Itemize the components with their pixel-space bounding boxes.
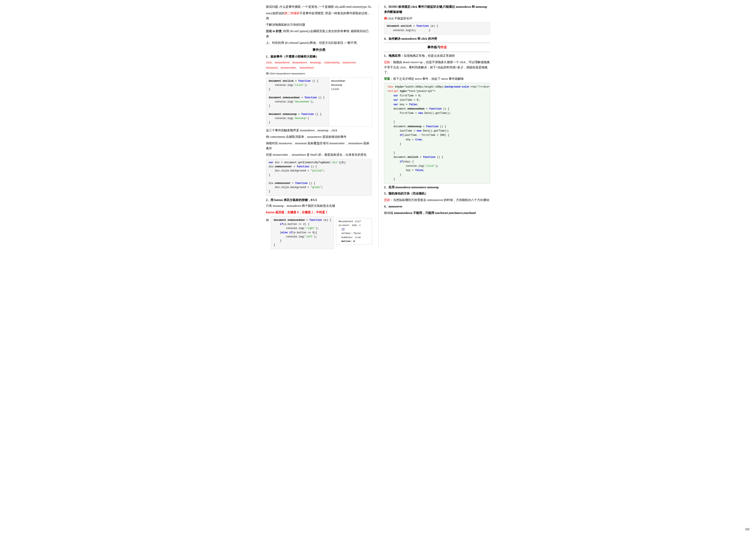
ex2-title: 2、应用 mousedown mousemove mouseup [384,185,490,190]
button-label: button 返回值，右键是 0，左键是 2，中间是 1 [266,210,372,215]
ex1-bold: 1、拖拽应用： [384,54,404,57]
code-block-2: var div = document.getElementsByTagName(… [266,159,372,196]
ex1-answer: 答案：按下之后才绑定 move 事件，抬起了 move 事件就解除 [384,76,490,81]
intro-line-5: 上。对应的用 div.releaseCapture();释放。但是方法比较老旧 … [266,40,372,45]
sub-title-2: 2、用 button 来区分鼠标的按键，0/1/2 [266,198,372,203]
sub-title-1: 1、鼠标事件（不需要小驼峰和大驼峰） [266,54,372,59]
example-fail-label: 例 click 不能监听右中 [384,16,490,21]
text-mouseover: 例相对应 mouseover、mouseout 鼠标覆盖区域与 mousecen… [266,141,372,151]
example1-label: 例 click=mousedown+mousemove [266,71,372,76]
example-row-3: 例 document.onmousedown = function (e) { … [266,216,372,249]
ex5-title: 移动端 onmousedown 不能用，只能用 touchstart,touch… [384,211,490,216]
example-fail-red: 例 [384,17,387,20]
ex1-thought: 思路：拖拽由 down+move+up，但是不管隔多久都算一个 click，可以… [384,60,490,75]
code-click: document.onclick = function (e) { consol… [384,22,490,34]
text-order: 这三个事件的触发顺序是 mousedown，mouseup，click [266,128,372,133]
intro-line-4: 仅在 ie 好使 ,利用 div.setCapture();会捕获页面上发生的所… [266,29,372,39]
code-block-1: document.onclick = function () { console… [266,77,372,127]
code-left-1: document.onclick = function () { console… [266,77,329,127]
answer-code-block: <div style="width:100px;height:100px;bac… [384,83,490,183]
ex3-thought: 思路：当把鼠标挪到方块里面去 onmouseover 的时候，方块随机向八个方向… [384,198,490,203]
intro-line-2: true);他所说的第二种捕获不是事件处理模型 ,而是一种真实的事件获取的过程 … [266,11,372,21]
ex3-bold: 3、随机移动的方块（完全随机） [384,192,428,195]
ex4-bold: 4、mouseover [384,205,403,208]
right-column: 3、DOM3 标准规定:click 事件只能监听左键,只能通过 mousedow… [378,4,490,249]
answer-label: 答案 [384,77,390,80]
homework-label: 作业 [440,45,447,49]
sub-title-4: 4、如何解决 mousedown 和 click 的冲突 [384,36,490,42]
intro-normal-1: true);他所说的 [266,12,284,15]
section-title-events: 事件分类 [266,47,372,52]
left-column: 面试问题 ,什么是事件捕获 ,一个是冒泡 ,一个是捕获 obj.addEvent… [266,4,372,249]
intro-line-3: 于解决拖拽鼠标出方块的问题 [266,22,372,27]
ex2-bold: 2、应用 mousedown mousemove mouseup [384,186,439,189]
intro-line-1: 面试问题 ,什么是事件捕获 ,一个是冒泡 ,一个是捕获 obj.addEvent… [266,4,372,10]
ex5-bold: onmousedown 不能用，只能用 touchstart,touchmove… [394,211,476,214]
ex3-title: 3、随机移动的方块（完全随机） [384,191,490,196]
code-right-3: MouseEvent {isT screenY: 328, c ⓘ altKey… [336,218,372,245]
text-contextmenu: 例 contextmenu 右键取消菜单，mousemove 是鼠标移动的事件 [266,134,372,140]
example3-label: 例 [266,218,269,223]
ex1-title: 1、拖拽应用：实现拖拽正常拖，但是点击就正常跳转 [384,53,490,58]
text-html5: 但是 mousecenter 、mouseleave 是 html5 的，都是鼠… [266,152,372,157]
rule-title: 3、DOM3 标准规定:click 事件只能监听左键,只能通过 mousedow… [384,4,490,15]
divider2 [384,52,490,52]
page-layout: 面试问题 ,什么是事件捕获 ,一个是冒泡 ,一个是捕获 obj.addEvent… [266,4,490,249]
intro-red: 第二种捕获 [284,12,300,15]
ex4-title: 4、mouseover [384,204,490,209]
code-right-1: mousedown mouseup click [329,77,372,127]
thought-label: 思路 [384,61,390,64]
button-label-red: button 返回值，右键是 0，左键是 2，中间是 1 [266,211,327,214]
code-left-3: document.onmousedown = function (e) { if… [271,216,334,249]
exercise-title: 事件练习作业 [384,44,490,50]
text-mouseup-down: 只有 mouseup、mousedown 两个能区分鼠标垫左右键 [266,203,372,209]
ie-bold: 仅在 ie 好使 [266,30,282,33]
red-events: click、mousedown、mousemove、mouseup、contex… [266,60,372,70]
ex3-thought-label: 思路 [384,198,390,202]
